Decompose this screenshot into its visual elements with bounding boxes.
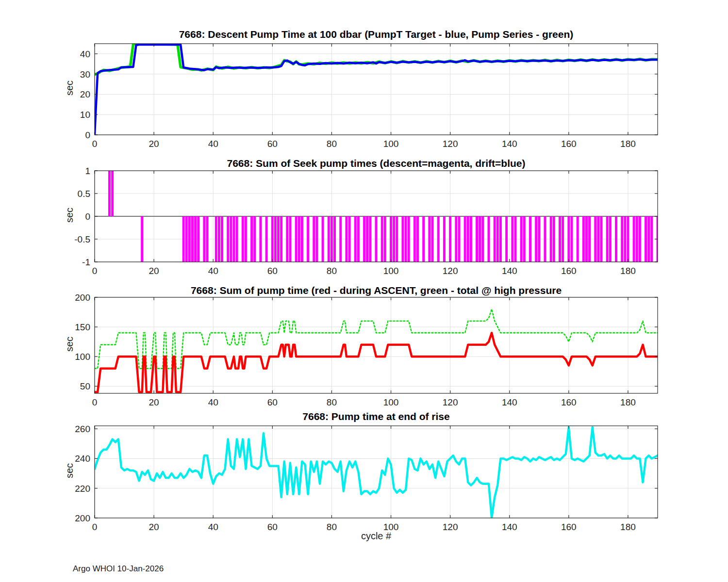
seek-pump-bar [511, 216, 513, 262]
seek-pump-bar [514, 216, 516, 262]
seek-pump-bar [467, 216, 469, 262]
series-pump-series-green [95, 44, 658, 75]
x-tick-label: 40 [208, 266, 218, 276]
seek-pump-bar [443, 216, 446, 262]
seek-pump-bar [188, 216, 191, 262]
x-tick-label: 0 [92, 266, 98, 276]
seek-pump-bar [245, 216, 247, 262]
seek-pump-bar [206, 216, 209, 262]
seek-pump-bar [523, 216, 526, 262]
subplot2-title: 7668: Sum of Seek pump times (descent=ma… [95, 158, 658, 169]
seek-pump-bar [567, 216, 570, 262]
seek-pump-bar [295, 216, 298, 262]
seek-pump-bar [182, 216, 185, 262]
seek-pump-bar [289, 216, 291, 262]
seek-pump-bar [520, 216, 523, 262]
seek-pump-bar [431, 216, 434, 262]
x-tick-label: 160 [561, 266, 577, 276]
seek-pump-bar [141, 216, 143, 262]
x-tick-label: 140 [502, 397, 517, 407]
x-tick-label: 140 [502, 139, 517, 149]
x-tick-label: 20 [149, 397, 159, 407]
seek-pump-bar [253, 216, 256, 262]
seek-pump-bar [645, 216, 647, 262]
x-tick-label: 60 [267, 397, 278, 407]
seek-pump-bar [449, 216, 451, 262]
seek-pump-bar [191, 216, 194, 262]
seek-pump-bar [597, 216, 599, 262]
seek-pump-bar [553, 216, 555, 262]
seek-pump-bar [271, 216, 274, 262]
y-tick-label: 260 [75, 424, 90, 434]
seek-pump-bar [585, 216, 588, 262]
subplot1-title: 7668: Descent Pump Time at 100 dbar (Pum… [95, 29, 658, 40]
y-tick-label: 50 [80, 381, 90, 391]
seek-pump-bar [218, 216, 220, 262]
seek-pump-bar [437, 216, 440, 262]
seek-pump-bar [615, 216, 617, 262]
seek-pump-bar [535, 216, 537, 262]
seek-pump-bar [621, 216, 623, 262]
seek-pump-bar [636, 216, 638, 262]
y-tick-label: 20 [80, 89, 90, 99]
seek-pump-bar [639, 216, 641, 262]
x-tick-label: 120 [443, 139, 458, 149]
axes-box [95, 297, 658, 393]
series-pump-time-end-of-rise-cyan [95, 427, 658, 518]
x-tick-label: 60 [267, 139, 278, 149]
y-tick-label: 200 [75, 292, 90, 303]
y-tick-label: 0 [85, 211, 90, 222]
x-tick-label: 40 [208, 139, 218, 149]
seek-pump-bar [414, 216, 416, 262]
x-tick-label: 180 [620, 139, 636, 149]
seek-pump-bar [422, 216, 425, 262]
seek-pump-bar [345, 216, 347, 262]
seek-pump-bar [203, 216, 205, 262]
x-tick-label: 0 [92, 139, 98, 149]
x-axis-label: cycle # [95, 531, 658, 542]
seek-pump-bar [559, 216, 561, 262]
x-tick-label: 80 [327, 266, 337, 276]
seek-pump-bar [215, 216, 217, 262]
seek-pump-bar [481, 216, 484, 262]
y-tick-label: 150 [75, 322, 90, 332]
y-tick-label: 200 [75, 513, 90, 523]
x-tick-label: 100 [383, 266, 399, 276]
seek-pump-bar [331, 216, 333, 262]
seek-pump-bar [494, 216, 496, 262]
seek-pump-bar [577, 216, 579, 262]
seek-pump-bar [375, 216, 378, 262]
subplot1-ylabel: sec [64, 74, 75, 103]
y-tick-label: 30 [80, 69, 90, 80]
seek-pump-bar [265, 216, 268, 262]
x-tick-label: 160 [561, 397, 577, 407]
seek-pump-bar [606, 216, 609, 262]
seek-pump-bar [401, 216, 404, 262]
seek-pump-bar [455, 216, 457, 262]
seek-pump-bar [280, 216, 282, 262]
seek-pump-bar [627, 216, 629, 262]
series-during-ascent-red [95, 333, 658, 392]
x-tick-label: 160 [561, 139, 577, 149]
seek-pump-bar [227, 216, 229, 262]
seek-pump-bar [315, 216, 318, 262]
seek-pump-bar [286, 216, 288, 262]
seek-pump-bar [458, 216, 460, 262]
seek-pump-bar [185, 216, 188, 262]
seek-pump-bar [505, 216, 508, 262]
x-tick-label: 180 [620, 397, 636, 407]
seek-pump-bar [333, 216, 336, 262]
seek-pump-bar [633, 216, 635, 262]
y-tick-label: 0.5 [78, 189, 90, 199]
y-tick-label: -0.5 [74, 234, 90, 244]
x-tick-label: 120 [443, 397, 458, 407]
seek-pump-bar [242, 216, 244, 262]
seek-pump-bar [499, 216, 502, 262]
y-tick-label: 10 [80, 110, 90, 120]
seek-pump-bar [230, 216, 232, 262]
x-tick-label: 40 [208, 397, 218, 407]
seek-pump-bar [322, 216, 324, 262]
seek-pump-bar [328, 216, 330, 262]
seek-pump-bar [194, 216, 197, 262]
x-tick-label: 100 [383, 397, 399, 407]
